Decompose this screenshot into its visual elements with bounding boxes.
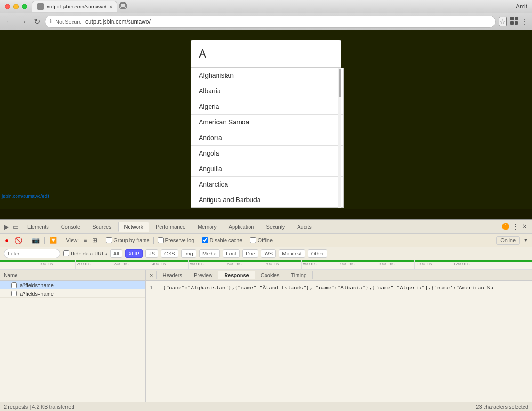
filter-js-button[interactable]: JS: [145, 249, 158, 258]
separator: [198, 237, 198, 244]
filter-xhr-button[interactable]: XHR: [125, 249, 143, 258]
timeline-tick: 600 ms: [226, 260, 242, 269]
clear-button[interactable]: 🚫: [13, 236, 23, 245]
filter-toggle-button[interactable]: 🔽: [48, 236, 58, 245]
new-tab-button[interactable]: [119, 2, 127, 11]
autocomplete-container: A Afghanistan Albania Algeria American S…: [191, 40, 341, 208]
browser-tab[interactable]: output.jsbin.com/sumawo/ ×: [32, 1, 117, 12]
tab-headers[interactable]: Headers: [157, 271, 188, 279]
view-list-button[interactable]: ≡: [82, 236, 88, 245]
dropdown-list: Afghanistan Albania Algeria American Sam…: [191, 68, 344, 208]
filter-input[interactable]: [4, 249, 60, 258]
devtools-more-button[interactable]: ⋮: [511, 222, 519, 231]
close-button[interactable]: [5, 4, 10, 9]
devtools-tab-bar: ▶ ▭ Elements Console Sources Network Per…: [0, 220, 532, 234]
file-checkbox[interactable]: [11, 282, 17, 288]
extensions-button[interactable]: [509, 16, 519, 27]
list-item[interactable]: Algeria: [191, 99, 343, 115]
file-list: Name a?fields=name a?fields=name: [0, 270, 146, 402]
filter-img-button[interactable]: Img: [181, 249, 196, 258]
lock-icon: ℹ: [50, 18, 52, 25]
filter-other-button[interactable]: Other: [308, 249, 328, 258]
list-item[interactable]: Andorra: [191, 130, 343, 146]
tab-audits[interactable]: Audits: [291, 222, 317, 231]
refresh-button[interactable]: ↻: [32, 16, 42, 27]
tab-security[interactable]: Security: [260, 222, 290, 231]
forward-button[interactable]: →: [18, 16, 29, 27]
filter-ws-button[interactable]: WS: [261, 249, 276, 258]
tab-sources[interactable]: Sources: [87, 222, 117, 231]
scrollbar-track[interactable]: [338, 68, 341, 208]
address-input-wrapper[interactable]: ℹ Not Secure output.jsbin.com/sumawo/: [45, 16, 496, 28]
file-list-item[interactable]: a?fields=name: [0, 281, 145, 289]
disable-cache-checkbox[interactable]: [202, 237, 208, 243]
preserve-log-label[interactable]: Preserve log: [158, 237, 194, 243]
title-bar: output.jsbin.com/sumawo/ × Amit: [0, 0, 532, 13]
tab-response[interactable]: Response: [218, 271, 255, 279]
disable-cache-label[interactable]: Disable cache: [202, 237, 242, 243]
list-item[interactable]: Antigua and Barbuda: [191, 192, 343, 207]
list-item[interactable]: Albania: [191, 83, 343, 99]
file-checkbox[interactable]: [11, 291, 17, 296]
maximize-button[interactable]: [22, 4, 27, 9]
minimize-button[interactable]: [13, 4, 19, 9]
response-content: 1 [{"name":"Afghanistan"},{"name":"Åland…: [146, 281, 532, 402]
list-item[interactable]: Anguilla: [191, 161, 343, 177]
menu-button[interactable]: ⋮: [522, 18, 528, 25]
view-waterfall-button[interactable]: ⊞: [91, 236, 98, 245]
online-dropdown-arrow[interactable]: ▼: [524, 238, 528, 243]
response-panel: × Headers Preview Response Cookies Timin…: [146, 270, 532, 402]
timeline-tick: 1200 ms: [452, 260, 470, 269]
hide-data-urls-label[interactable]: Hide data URLs: [63, 250, 107, 256]
tab-timing[interactable]: Timing: [285, 271, 313, 279]
device-toolbar-icon[interactable]: ▭: [13, 223, 19, 230]
group-by-frame-label[interactable]: Group by frame: [106, 237, 149, 243]
tab-performance[interactable]: Performance: [150, 222, 191, 231]
timeline-tick: 900 ms: [339, 260, 355, 269]
scrollbar-thumb[interactable]: [339, 69, 341, 97]
filter-font-button[interactable]: Font: [223, 249, 240, 258]
list-item[interactable]: Antarctica: [191, 177, 343, 192]
filter-all-button[interactable]: All: [110, 249, 122, 258]
camera-button[interactable]: 📷: [31, 236, 40, 245]
file-list-item[interactable]: a?fields=name: [0, 289, 145, 298]
filter-css-button[interactable]: CSS: [161, 249, 178, 258]
hide-data-urls-checkbox[interactable]: [63, 250, 69, 256]
devtools-page-link[interactable]: jsbin.com/sumawo/edit: [2, 194, 49, 199]
bookmark-button[interactable]: ☆: [499, 17, 507, 26]
separator: [153, 237, 154, 244]
svg-rect-1: [121, 2, 125, 7]
response-close-button[interactable]: ×: [146, 271, 157, 279]
inspect-element-icon[interactable]: ▶: [4, 223, 9, 230]
tab-console[interactable]: Console: [56, 222, 86, 231]
timeline-tick: 700 ms: [264, 260, 279, 269]
tab-application[interactable]: Application: [223, 222, 260, 231]
svg-rect-3: [515, 17, 518, 20]
tab-elements[interactable]: Elements: [22, 222, 55, 231]
response-tab-bar: × Headers Preview Response Cookies Timin…: [146, 270, 532, 281]
filter-doc-button[interactable]: Doc: [242, 249, 258, 258]
search-input[interactable]: A: [191, 40, 341, 68]
list-item[interactable]: American Samoa: [191, 115, 343, 130]
record-button[interactable]: ●: [4, 236, 9, 245]
list-item[interactable]: Angola: [191, 146, 343, 161]
filter-manifest-button[interactable]: Manifest: [279, 249, 305, 258]
filter-media-button[interactable]: Media: [199, 249, 220, 258]
timeline-tick: 400 ms: [151, 260, 166, 269]
tab-cookies[interactable]: Cookies: [255, 271, 286, 279]
preserve-log-checkbox[interactable]: [158, 237, 164, 243]
list-item[interactable]: Afghanistan: [191, 68, 343, 83]
online-button[interactable]: Online: [496, 236, 520, 245]
group-by-frame-checkbox[interactable]: [106, 237, 112, 243]
back-button[interactable]: ←: [4, 16, 15, 27]
tab-close-button[interactable]: ×: [109, 4, 112, 9]
tab-preview[interactable]: Preview: [188, 271, 218, 279]
url-display: output.jsbin.com/sumawo/: [85, 18, 151, 25]
offline-label[interactable]: Offline: [250, 237, 273, 243]
tab-memory[interactable]: Memory: [192, 222, 222, 231]
offline-checkbox[interactable]: [250, 237, 256, 243]
status-bar: 2 requests | 4.2 KB transferred 23 chara…: [0, 402, 532, 411]
tab-network[interactable]: Network: [118, 222, 149, 232]
timeline-tick: 500 ms: [188, 260, 204, 269]
devtools-close-button[interactable]: ✕: [521, 222, 528, 231]
